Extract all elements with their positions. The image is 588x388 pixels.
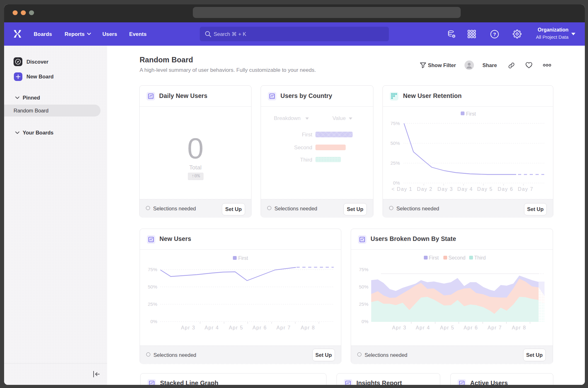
svg-text:Second: Second — [448, 255, 465, 260]
svg-text:Apr 6: Apr 6 — [252, 325, 267, 330]
svg-text:Apr 5: Apr 5 — [229, 325, 243, 330]
svg-text:Apr 4: Apr 4 — [416, 325, 430, 330]
svg-text:Apr 5: Apr 5 — [440, 325, 454, 330]
svg-text:0%: 0% — [393, 180, 400, 185]
svg-text:Apr 7: Apr 7 — [276, 325, 291, 330]
svg-text:Day 7: Day 7 — [518, 186, 533, 192]
svg-text:50%: 50% — [390, 140, 400, 146]
svg-text:Apr 7: Apr 7 — [487, 325, 502, 330]
svg-text:25%: 25% — [359, 301, 368, 307]
svg-text:25%: 25% — [390, 160, 400, 166]
svg-text:Day 2: Day 2 — [417, 186, 432, 192]
svg-text:Apr 4: Apr 4 — [205, 325, 219, 330]
svg-text:50%: 50% — [359, 284, 368, 289]
svg-text:25%: 25% — [148, 301, 157, 307]
svg-text:75%: 75% — [359, 267, 368, 272]
svg-text:First: First — [429, 255, 439, 260]
svg-text:First: First — [466, 111, 476, 117]
svg-text:Day 4: Day 4 — [457, 186, 473, 192]
svg-text:<: < — [392, 186, 395, 192]
svg-text:Apr 8: Apr 8 — [301, 325, 315, 330]
svg-text:0%: 0% — [150, 319, 157, 324]
svg-text:75%: 75% — [148, 267, 157, 272]
svg-text:0%: 0% — [361, 319, 368, 324]
svg-text:?: ? — [493, 31, 496, 37]
svg-text:Third: Third — [474, 255, 486, 260]
svg-text:First: First — [238, 255, 248, 261]
svg-text:Apr 6: Apr 6 — [464, 325, 478, 330]
svg-text:Day 6: Day 6 — [498, 186, 513, 192]
svg-text:50%: 50% — [148, 284, 157, 289]
svg-text:75%: 75% — [390, 121, 400, 126]
svg-text:Apr 3: Apr 3 — [392, 325, 406, 330]
svg-text:Apr 3: Apr 3 — [181, 325, 195, 330]
svg-text:Day 5: Day 5 — [477, 186, 493, 192]
svg-text:Apr 8: Apr 8 — [512, 325, 526, 330]
svg-text:Day 1: Day 1 — [397, 186, 412, 192]
svg-text:Day 3: Day 3 — [437, 186, 453, 192]
